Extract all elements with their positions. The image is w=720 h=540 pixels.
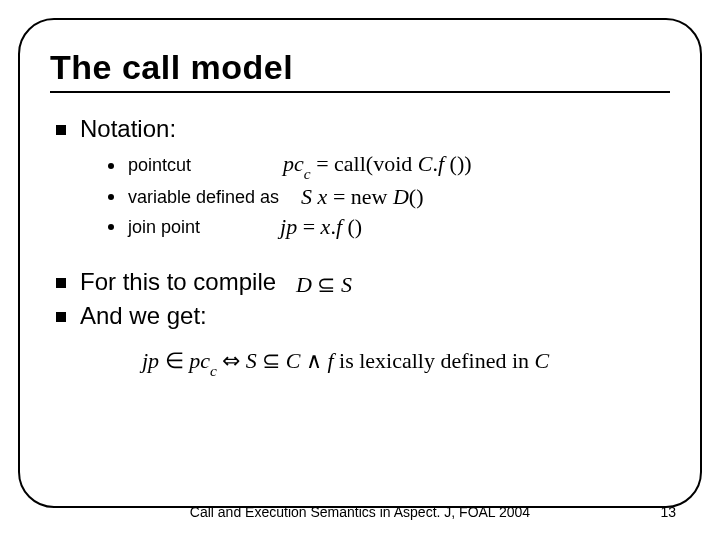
math-text: ()) <box>444 151 471 176</box>
math-var: C <box>286 348 301 373</box>
title-underline <box>50 91 670 93</box>
square-bullet-icon <box>56 278 66 288</box>
math-text: = new <box>327 184 393 209</box>
math-text: = call(void <box>311 151 418 176</box>
math-var: S <box>301 184 312 209</box>
slide-title: The call model <box>50 48 678 87</box>
math-var: x <box>321 214 331 239</box>
mid-section: For this to compile D ⊆ S And we get: jp… <box>56 268 678 377</box>
math-text: () <box>409 184 424 209</box>
math-var: jp <box>142 348 159 373</box>
notation-label: Notation: <box>80 115 176 143</box>
math-op: ⊆ <box>312 272 341 297</box>
math-text: () <box>342 214 362 239</box>
dot-bullet-icon <box>108 163 114 169</box>
math-op: ∧ <box>300 348 327 373</box>
square-bullet-icon <box>56 125 66 135</box>
variable-formula: S x = new D() <box>301 184 423 210</box>
dot-bullet-icon <box>108 194 114 200</box>
math-var: C <box>535 348 550 373</box>
math-sub: c <box>304 165 311 182</box>
sub-item-variable: variable defined as S x = new D() <box>108 184 678 210</box>
footer-text: Call and Execution Semantics in Aspect. … <box>0 504 720 520</box>
sub-item-joinpoint: join point jp = x.f () <box>108 214 678 240</box>
math-var: pc <box>283 151 304 176</box>
notation-sublist: pointcut pcc = call(void C.f ()) variabl… <box>108 151 678 240</box>
variable-label: variable defined as <box>128 187 279 208</box>
math-var: D <box>393 184 409 209</box>
conclusion-formula: jp ∈ pcc ⇔ S ⊆ C ∧ f is lexically define… <box>142 348 678 377</box>
math-op: ⇔ <box>217 348 246 373</box>
content-area: Notation: pointcut pcc = call(void C.f (… <box>56 115 678 378</box>
bullet-result: And we get: <box>56 302 678 330</box>
math-var: pc <box>189 348 210 373</box>
bullet-notation: Notation: <box>56 115 678 143</box>
pointcut-label: pointcut <box>128 155 191 176</box>
dot-bullet-icon <box>108 224 114 230</box>
math-var: C <box>418 151 433 176</box>
joinpoint-formula: jp = x.f () <box>280 214 362 240</box>
pointcut-formula: pcc = call(void C.f ()) <box>283 151 472 180</box>
math-sub: c <box>210 362 217 379</box>
math-op: ⊆ <box>257 348 286 373</box>
math-text: is lexically defined in <box>334 348 535 373</box>
math-var: S <box>246 348 257 373</box>
compile-formula: D ⊆ S <box>296 272 352 298</box>
joinpoint-label: join point <box>128 217 200 238</box>
compile-label: For this to compile <box>80 268 276 296</box>
math-text: = <box>297 214 320 239</box>
math-op: ∈ <box>159 348 189 373</box>
bullet-compile: For this to compile D ⊆ S <box>56 268 678 298</box>
math-var: S <box>341 272 352 297</box>
slide: The call model Notation: pointcut pcc = … <box>0 0 720 540</box>
math-var: jp <box>280 214 297 239</box>
page-number: 13 <box>660 504 676 520</box>
square-bullet-icon <box>56 312 66 322</box>
math-var: x <box>312 184 327 209</box>
sub-item-pointcut: pointcut pcc = call(void C.f ()) <box>108 151 678 180</box>
result-label: And we get: <box>80 302 207 330</box>
math-var: D <box>296 272 312 297</box>
